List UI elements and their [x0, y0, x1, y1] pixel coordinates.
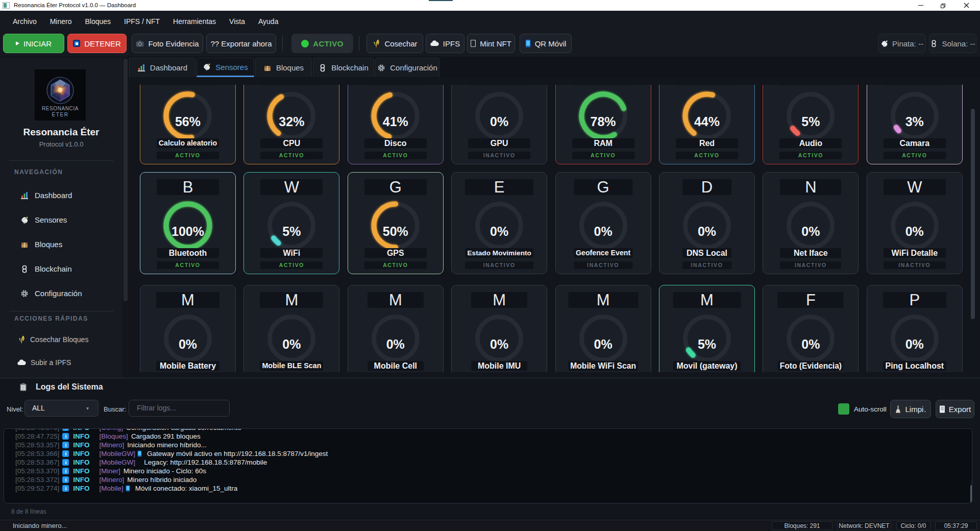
svg-text:RESONANCIA: RESONANCIA: [42, 106, 79, 111]
svg-text:ÉTER: ÉTER: [52, 111, 68, 117]
